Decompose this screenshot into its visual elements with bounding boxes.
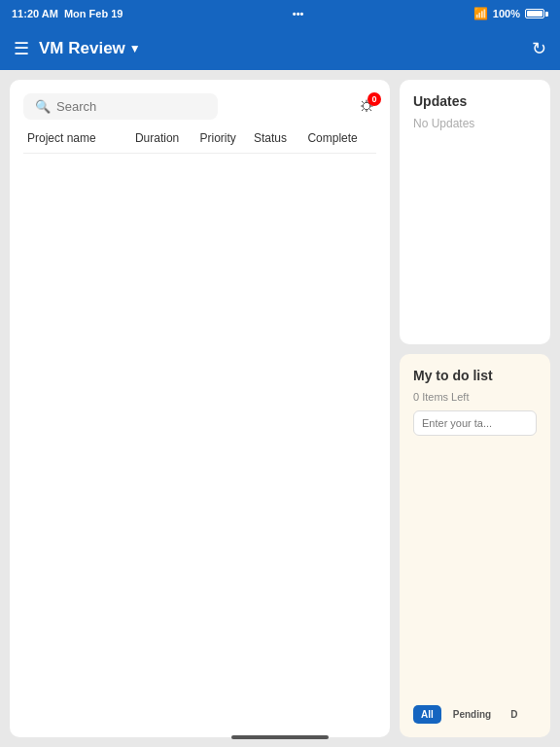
todo-list-area [413, 444, 537, 697]
status-bar-right: 📶 100% [473, 7, 548, 20]
status-bar-left: 11:20 AM Mon Feb 19 [12, 8, 122, 19]
time: 11:20 AM [12, 8, 58, 19]
home-indicator [231, 735, 329, 739]
status-bar: 11:20 AM Mon Feb 19 ••• 📶 100% [0, 0, 560, 27]
status-bar-center: ••• [293, 8, 304, 19]
wifi-icon: 📶 [473, 7, 488, 20]
refresh-button[interactable]: ↻ [532, 38, 546, 59]
table-header: Project name Duration Priority Status Co… [23, 131, 376, 154]
col-header-priority: Priority [200, 131, 254, 145]
right-panel: Updates No Updates My to do list 0 Items… [400, 80, 550, 737]
col-header-complete: Complete [307, 131, 372, 145]
nav-left: ☰ VM Review ▼ [14, 38, 141, 59]
battery-icon [525, 9, 548, 18]
updates-title: Updates [413, 93, 537, 109]
filter-pending-button[interactable]: Pending [445, 705, 499, 724]
todo-card: My to do list 0 Items Left All Pending D [400, 354, 550, 737]
todo-title: My to do list [413, 368, 537, 383]
filter-all-button[interactable]: All [413, 705, 441, 724]
nav-bar: ☰ VM Review ▼ ↻ [0, 27, 560, 70]
todo-subtitle: 0 Items Left [413, 391, 537, 403]
filter-button[interactable]: ⛭ 0 [359, 96, 376, 117]
todo-filters: All Pending D [413, 705, 537, 724]
search-input[interactable] [56, 99, 206, 114]
search-box: 🔍 [23, 93, 218, 120]
no-updates-message: No Updates [413, 117, 537, 130]
battery-percent: 100% [493, 8, 520, 19]
todo-input[interactable] [413, 410, 537, 436]
table-body [23, 165, 376, 724]
menu-button[interactable]: ☰ [14, 38, 29, 59]
updates-card: Updates No Updates [400, 80, 550, 344]
col-header-status: Status [254, 131, 307, 145]
date: Mon Feb 19 [64, 8, 123, 19]
nav-title: VM Review ▼ [39, 39, 141, 58]
col-header-duration: Duration [135, 131, 200, 145]
col-header-project: Project name [27, 131, 135, 145]
search-icon: 🔍 [35, 99, 51, 114]
filter-badge: 0 [368, 92, 381, 106]
search-row: 🔍 ⛭ 0 [23, 93, 376, 120]
app-title: VM Review [39, 39, 125, 58]
main-content: 🔍 ⛭ 0 Project name Duration Priority Sta… [0, 70, 560, 747]
left-panel: 🔍 ⛭ 0 Project name Duration Priority Sta… [10, 80, 390, 737]
dots: ••• [293, 8, 304, 19]
nav-dropdown-icon[interactable]: ▼ [129, 42, 141, 55]
filter-done-button[interactable]: D [503, 705, 525, 724]
